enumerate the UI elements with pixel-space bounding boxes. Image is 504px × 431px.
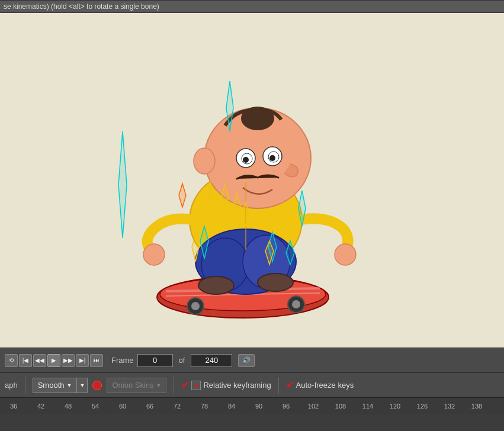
svg-point-17: [269, 155, 275, 161]
onion-skins-arrow: ▼: [156, 382, 162, 388]
smooth-dropdown: Smooth ▼ ▼: [33, 378, 88, 393]
main-canvas[interactable]: [0, 13, 504, 348]
ruler-tick: 72: [163, 403, 191, 410]
auto-freeze-checkmark: ✔: [286, 379, 294, 391]
ruler-tick: 102: [300, 403, 327, 410]
smooth-label: Smooth: [38, 381, 65, 390]
smooth-extra-arrow[interactable]: ▼: [77, 378, 88, 393]
relative-keyframing-checkbox[interactable]: ■: [191, 381, 201, 390]
onion-skins-dropdown: Onion Skins ▼: [107, 378, 166, 393]
character-illustration: [107, 49, 385, 333]
bottom-toolbar: aph Smooth ▼ ▼ Onion Skins ▼ ✔ ■ Relativ…: [0, 372, 504, 397]
ruler-tick: 90: [245, 403, 272, 410]
separator-2: [174, 377, 174, 394]
ruler-tick: 78: [191, 403, 218, 410]
step-back-button[interactable]: ◀◀: [33, 354, 46, 367]
ruler-tick: 48: [54, 403, 82, 410]
svg-point-11: [241, 107, 274, 130]
svg-point-8: [198, 276, 234, 294]
play-button[interactable]: ▶: [47, 354, 60, 367]
smooth-extra-arrow-icon: ▼: [79, 382, 85, 388]
ruler-numbers: 3642485460667278849096102108114120126132…: [0, 398, 504, 414]
ruler-tick: 108: [327, 403, 354, 410]
status-text: se kinematics) (hold <alt> to rotate a s…: [4, 2, 159, 11]
transport-controls: ⟲ |◀ ◀◀ ▶ ▶▶ ▶| ⏭: [5, 354, 103, 367]
separator-1: [25, 377, 25, 394]
ruler-tick: 120: [381, 403, 409, 410]
auto-freeze-group[interactable]: ✔ Auto-freeze keys: [286, 379, 354, 391]
status-bar: se kinematics) (hold <alt> to rotate a s…: [0, 0, 504, 13]
ruler-tick: 132: [436, 403, 463, 410]
total-frames-input[interactable]: [191, 354, 232, 367]
svg-point-18: [194, 148, 215, 174]
ruler-tick: 66: [136, 403, 163, 410]
prev-keyframe-button[interactable]: |◀: [19, 354, 32, 367]
ruler-tick: 42: [27, 403, 54, 410]
frame-label: Frame: [111, 356, 134, 365]
ruler-tick: 36: [0, 403, 27, 410]
graph-section: aph: [5, 381, 18, 390]
current-frame-input[interactable]: [137, 354, 173, 367]
relative-keyframing-group[interactable]: ✔ ■ Relative keyframing: [181, 379, 271, 391]
ruler-tick: 54: [82, 403, 109, 410]
ruler-tick: 96: [272, 403, 300, 410]
next-keyframe-button[interactable]: ▶|: [76, 354, 89, 367]
ruler-tick: 138: [463, 403, 490, 410]
onion-skins-dropdown-main[interactable]: Onion Skins ▼: [107, 378, 166, 393]
svg-point-16: [243, 157, 249, 163]
svg-point-25: [292, 300, 300, 308]
svg-point-9: [258, 274, 293, 291]
sound-button[interactable]: 🔊: [238, 354, 255, 367]
record-indicator: [92, 381, 102, 390]
loop-button[interactable]: ⟲: [5, 354, 18, 367]
timeline-ruler: 3642485460667278849096102108114120126132…: [0, 397, 504, 414]
last-frame-button[interactable]: ⏭: [90, 354, 103, 367]
svg-point-23: [191, 302, 200, 310]
svg-point-20: [335, 244, 356, 265]
smooth-dropdown-main[interactable]: Smooth ▼: [33, 378, 78, 393]
ruler-tick: 84: [218, 403, 245, 410]
of-label: of: [179, 356, 185, 365]
svg-point-19: [143, 244, 165, 265]
ruler-tick: 114: [354, 403, 381, 410]
transport-bar: ⟲ |◀ ◀◀ ▶ ▶▶ ▶| ⏭ Frame of 🔊: [0, 348, 504, 372]
auto-freeze-label: Auto-freeze keys: [296, 381, 354, 390]
graph-label: aph: [5, 381, 18, 390]
relative-keyframing-checkmark: ✔: [181, 379, 189, 391]
relative-keyframing-checkbox-icon: ■: [194, 382, 198, 388]
onion-skins-label: Onion Skins: [112, 381, 153, 390]
ruler-tick: 126: [409, 403, 436, 410]
smooth-dropdown-arrow: ▼: [67, 382, 72, 388]
step-forward-button[interactable]: ▶▶: [62, 354, 75, 367]
relative-keyframing-label: Relative keyframing: [203, 381, 271, 390]
ruler-tick: 60: [109, 403, 136, 410]
separator-3: [278, 377, 279, 394]
